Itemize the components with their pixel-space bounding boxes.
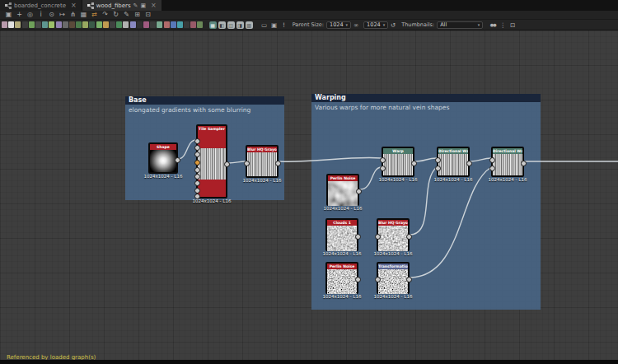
frame-icon[interactable]: ▣ [269, 21, 279, 29]
frame-all-icon[interactable]: ⊡ [143, 11, 153, 19]
input-connector[interactable] [194, 180, 200, 186]
pin-icon[interactable]: ! [279, 21, 289, 29]
link-size-icon[interactable]: ∞ [351, 21, 361, 29]
input-connector[interactable] [244, 161, 250, 166]
node-directional-warp-2[interactable]: Directional Warp 1024x1024 - L16 [491, 147, 524, 177]
output-connector[interactable] [175, 157, 180, 163]
node-clouds-1[interactable]: Clouds 1 1024x1024 - L16 [325, 218, 358, 251]
output-connector[interactable] [224, 161, 230, 167]
node-palette-icon[interactable] [150, 21, 156, 28]
close-icon[interactable]: × [151, 2, 157, 9]
input-connector[interactable] [375, 234, 381, 240]
node-palette-icon[interactable] [197, 21, 203, 28]
node-palette-icon[interactable] [49, 21, 54, 28]
align-left-icon[interactable]: ◧ [218, 21, 226, 29]
link-ends-icon[interactable]: ↦ [57, 11, 68, 19]
node-palette-icon[interactable] [177, 21, 183, 28]
node-palette-icon[interactable] [190, 21, 196, 28]
node-shape[interactable]: Shape 1024x1024 - L16 [148, 142, 178, 174]
export-icon[interactable]: ⊞ [132, 11, 143, 19]
node-palette-icon[interactable] [69, 21, 75, 28]
node-palette-icon[interactable] [76, 21, 82, 28]
node-transformation-2d[interactable]: Transformation 2D 1024x1024 - L16 [377, 262, 410, 294]
input-connector[interactable] [194, 174, 200, 180]
node-palette-icon[interactable] [82, 21, 88, 28]
snap-grid-icon[interactable]: ▦ [209, 21, 217, 29]
node-palette-icon[interactable] [110, 21, 115, 28]
input-connector[interactable] [375, 277, 381, 282]
node-palette-icon[interactable] [143, 21, 149, 28]
align-center-icon[interactable]: ◫ [227, 21, 235, 29]
node-palette-icon[interactable] [42, 21, 48, 28]
node-blur-hq-grayscale-1[interactable]: Blur HQ Grayscale 1024x1024 - L16 [246, 145, 279, 178]
node-palette-icon[interactable] [56, 21, 62, 28]
input-connector[interactable] [489, 157, 495, 163]
connect-icon[interactable]: ⇄ [89, 11, 100, 19]
panel-icon[interactable]: ▣ [140, 2, 146, 9]
camera-icon[interactable]: ◎ [25, 11, 35, 19]
node-warp[interactable]: Warp 1024x1024 - L16 [382, 147, 414, 177]
output-connector[interactable] [356, 189, 362, 194]
node-palette-icon[interactable] [29, 21, 35, 28]
output-size-dropdown[interactable]: 1024▾ [363, 21, 388, 29]
distribute-icon[interactable]: ▥ [246, 21, 253, 29]
node-palette-icon[interactable] [8, 21, 14, 28]
node-palette-icon[interactable] [137, 21, 143, 28]
node-perlin-noise-2[interactable]: Perlin Noise 1024x1024 - L16 [325, 262, 358, 294]
pan-icon[interactable]: + [14, 11, 25, 19]
frame-title[interactable]: Warping [311, 94, 541, 102]
node-tile-sampler[interactable]: Tile Sampler 1024x1024 - L16 [196, 124, 227, 198]
thumbnails-dropdown[interactable]: All▾ [437, 21, 483, 29]
node-palette-icon[interactable] [2, 21, 7, 28]
output-connector[interactable] [275, 161, 281, 166]
grid-icon[interactable]: ▦ [78, 11, 89, 19]
fit-view-icon[interactable]: ⊡ [508, 21, 517, 29]
input-connector-active[interactable] [194, 160, 200, 166]
input-connector[interactable] [194, 138, 200, 144]
node-directional-warp-1[interactable]: Directional Warp 1024x1024 - L16 [437, 147, 470, 177]
input-connector[interactable] [489, 166, 495, 171]
align-right-icon[interactable]: ◨ [236, 21, 244, 29]
edit-icon[interactable]: ✎ [121, 11, 132, 19]
node-graph-icon[interactable]: ⋔ [68, 11, 78, 19]
rotate-icon[interactable]: ↻ [110, 11, 121, 19]
output-connector[interactable] [406, 277, 412, 282]
output-connector[interactable] [406, 234, 412, 240]
node-palette-icon[interactable] [123, 21, 129, 28]
reset-size-icon[interactable]: ↺ [388, 21, 398, 29]
node-palette-icon[interactable] [164, 21, 170, 28]
input-connector[interactable] [194, 167, 200, 173]
tab-boarded-concrete[interactable]: boarded_concrete × [0, 0, 82, 11]
output-connector[interactable] [355, 277, 361, 282]
graph-canvas[interactable]: Base elongated gradients with some blurr… [0, 30, 618, 364]
zoom-icon[interactable]: ⊙ [46, 11, 57, 19]
overflow-menu-icon[interactable]: ⋮ [498, 21, 508, 29]
node-perlin-noise-1[interactable]: Perlin Noise 1024x1024 - L16 [326, 174, 359, 206]
node-palette-icon[interactable] [103, 21, 109, 28]
node-palette-icon[interactable] [157, 21, 162, 28]
node-palette-icon[interactable] [63, 21, 68, 28]
parent-size-dropdown[interactable]: 1024▾ [326, 21, 351, 29]
marquee-select-icon[interactable]: ▣ [3, 11, 14, 19]
node-palette-icon[interactable] [96, 21, 102, 28]
close-icon[interactable]: × [71, 2, 77, 9]
info-icon[interactable]: i [35, 11, 46, 19]
edit-icon[interactable]: ✎ [133, 2, 138, 9]
node-palette-icon[interactable] [15, 21, 21, 28]
input-connector[interactable] [194, 188, 200, 194]
node-palette-icon[interactable] [171, 21, 176, 28]
input-connector[interactable] [380, 157, 386, 163]
node-palette-icon[interactable] [22, 21, 28, 28]
input-connector[interactable] [435, 166, 441, 171]
output-connector[interactable] [466, 161, 472, 166]
input-connector[interactable] [380, 166, 386, 171]
curve-icon[interactable]: ↷ [100, 11, 110, 19]
output-connector[interactable] [355, 234, 361, 240]
node-palette-icon[interactable] [35, 21, 41, 28]
input-connector[interactable] [194, 152, 200, 157]
eyes-icon[interactable]: ●● [488, 22, 498, 27]
node-palette-icon[interactable] [184, 21, 190, 28]
node-blur-hq-grayscale-2[interactable]: Blur HQ Grayscale 1024x1024 - L16 [377, 218, 410, 251]
output-connector[interactable] [521, 161, 527, 166]
node-palette-icon[interactable] [116, 21, 122, 28]
